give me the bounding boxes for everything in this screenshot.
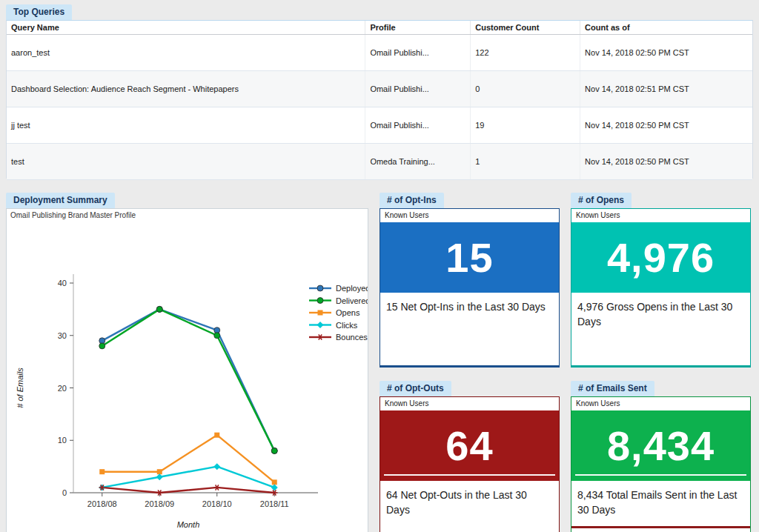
opens-description: 4,976 Gross Opens in the Last 30 Days [571,293,750,336]
top-queries-panel: Top Queries Query Name Profile Customer … [6,4,753,179]
audience-label: Known Users [571,209,750,222]
panel-tab-emails-sent[interactable]: # of Emails Sent [571,381,654,396]
legend-label[interactable]: Delivered [336,296,368,305]
cell-profile: Omail Publishi... [365,107,471,143]
opens-card[interactable]: Known Users 4,976 4,976 Gross Opens in t… [571,208,751,368]
svg-text:30: 30 [58,331,67,340]
svg-text:20: 20 [58,384,67,393]
top-queries-table: Query Name Profile Customer Count Count … [7,21,752,180]
opt-outs-value: 64 [445,425,493,467]
opt-outs-panel: # of Opt-Outs Known Users 64 64 Net Opt-… [380,381,560,532]
table-row[interactable]: aaron_test Omail Publishi... 122 Nov 14,… [7,34,752,70]
cell-profile: Omeda Training... [365,143,471,179]
audience-label: Known Users [380,397,559,410]
emails-sent-value: 8,434 [607,425,715,467]
panel-tab-deployment-summary[interactable]: Deployment Summary [6,193,115,208]
cell-count-as-of: Nov 14, 2018 02:50 PM CST [580,34,752,70]
opt-outs-value-box: 64 [380,410,559,481]
cell-customer-count: 0 [471,70,580,107]
legend-label[interactable]: Deployed [336,284,368,293]
svg-text:40: 40 [58,279,67,287]
opt-ins-card[interactable]: Known Users 15 15 Net Opt-Ins in the Las… [380,208,560,368]
opt-ins-description: 15 Net Opt-Ins in the Last 30 Days [380,293,559,322]
emails-sent-description: 8,434 Total Emails Sent in the Last 30 D… [571,481,750,525]
audience-label: Known Users [571,397,750,410]
opt-outs-card[interactable]: Known Users 64 64 Net Opt-Outs in the La… [380,396,560,532]
opt-outs-description: 64 Net Opt-Outs in the Last 30 Days [380,481,559,525]
opens-value-box: 4,976 [571,222,750,293]
chart-subtitle: Omail Publishing Brand Master Profile [10,211,136,219]
opens-value: 4,976 [607,237,715,279]
panel-tab-opt-outs[interactable]: # of Opt-Outs [380,381,451,396]
svg-text:0: 0 [62,488,67,497]
panel-tab-opens[interactable]: # of Opens [571,193,632,208]
svg-text:2018/09: 2018/09 [145,499,174,508]
opens-panel: # of Opens Known Users 4,976 4,976 Gross… [571,193,751,368]
cell-query-name[interactable]: test [7,143,365,179]
legend-label[interactable]: Clicks [336,321,358,330]
top-queries-card: Query Name Profile Customer Count Count … [6,20,753,179]
emails-sent-card[interactable]: Known Users 8,434 8,434 Total Emails Sen… [571,396,751,532]
svg-text:2018/10: 2018/10 [202,499,232,508]
svg-text:Month: Month [177,520,200,529]
cell-query-name[interactable]: Dashboard Selection: Audience Reach Segm… [7,70,365,107]
opt-ins-value-box: 15 [380,222,559,293]
svg-text:2018/08: 2018/08 [87,499,117,508]
deployment-summary-card: Omail Publishing Brand Master Profile 01… [6,208,368,532]
opt-ins-panel: # of Opt-Ins Known Users 15 15 Net Opt-I… [380,193,560,368]
legend-label[interactable]: Bounces [336,333,368,342]
table-row[interactable]: Dashboard Selection: Audience Reach Segm… [7,70,752,107]
cell-profile: Omail Publishi... [365,70,471,107]
opt-ins-value: 15 [445,237,493,279]
emails-sent-value-box: 8,434 [571,410,750,481]
column-header-customer-count[interactable]: Customer Count [471,21,580,34]
legend-label[interactable]: Opens [336,308,360,317]
table-row[interactable]: jj test Omail Publishi... 19 Nov 14, 201… [7,107,752,143]
column-header-count-as-of[interactable]: Count as of [580,21,752,34]
table-header-row: Query Name Profile Customer Count Count … [7,21,752,34]
cell-query-name[interactable]: jj test [7,107,365,143]
column-header-profile[interactable]: Profile [365,21,471,34]
emails-sent-panel: # of Emails Sent Known Users 8,434 8,434… [571,381,751,532]
column-header-query-name[interactable]: Query Name [7,21,365,34]
cell-profile: Omail Publishi... [365,34,471,70]
value-box-underline [384,474,555,476]
svg-text:# of Emails: # of Emails [16,368,24,408]
cell-customer-count: 19 [471,107,580,143]
cell-count-as-of: Nov 14, 2018 02:50 PM CST [580,143,752,179]
deployment-summary-panel: Deployment Summary Omail Publishing Bran… [6,193,368,532]
deployment-summary-chart[interactable]: 0102030402018/082018/092018/102018/11# o… [7,209,368,532]
cell-query-name[interactable]: aaron_test [7,34,365,70]
panel-tab-top-queries[interactable]: Top Queries [6,4,72,20]
value-box-underline [575,474,746,476]
svg-text:10: 10 [58,436,67,445]
audience-label: Known Users [380,209,559,222]
table-row[interactable]: test Omeda Training... 1 Nov 14, 2018 02… [7,143,752,179]
cell-customer-count: 122 [471,34,580,70]
card-divider [571,526,750,528]
cell-count-as-of: Nov 14, 2018 02:50 PM CST [580,107,752,143]
svg-text:2018/11: 2018/11 [260,499,289,508]
cell-count-as-of: Nov 14, 2018 02:51 PM CST [580,70,752,107]
panel-tab-opt-ins[interactable]: # of Opt-Ins [380,193,444,208]
cell-customer-count: 1 [471,143,580,179]
